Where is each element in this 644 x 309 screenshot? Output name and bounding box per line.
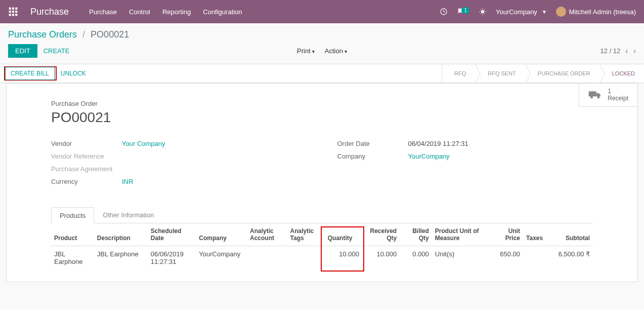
cell-uom: Unit(s) (432, 246, 491, 270)
col-company: Company (196, 223, 247, 246)
field-label-vendor-ref: Vendor Reference (51, 152, 122, 160)
action-dropdown[interactable]: Action▾ (325, 47, 347, 55)
menu-control[interactable]: Control (129, 8, 150, 16)
breadcrumb-root[interactable]: Purchase Orders (8, 29, 77, 40)
apps-icon[interactable] (8, 7, 18, 17)
highlight-box (321, 246, 364, 272)
topbar: Purchase Purchase Control Reporting Conf… (0, 0, 644, 23)
unlock-button[interactable]: UNLOCK (61, 70, 86, 77)
form-sheet: 1 Receipt Purchase Order PO00021 VendorY… (6, 83, 638, 282)
cell-unit-price: 650.00 (491, 246, 523, 270)
edit-button[interactable]: EDIT (8, 44, 37, 58)
svg-rect-11 (589, 92, 596, 97)
field-label-currency: Currency (51, 178, 122, 185)
status-step-rfq-sent[interactable]: RFQ SENT (475, 64, 525, 83)
truck-icon (588, 90, 603, 100)
messages-icon[interactable]: 1 (457, 7, 469, 17)
col-analytic-tags: Analytic Tags (287, 223, 325, 246)
print-dropdown[interactable]: Print▾ (297, 47, 315, 55)
col-taxes: Taxes (523, 223, 550, 246)
svg-rect-0 (9, 8, 11, 10)
col-quantity: Quantity (325, 223, 362, 246)
clock-icon[interactable] (440, 8, 448, 16)
pager-prev[interactable]: ‹ (625, 47, 628, 56)
create-bill-button[interactable]: CREATE BILL (5, 67, 55, 80)
app-title: Purchase (30, 7, 69, 17)
field-value-currency[interactable]: INR (122, 178, 133, 185)
field-value-order-date: 06/04/2019 11:27:31 (408, 140, 468, 147)
col-subtotal: Subtotal (550, 223, 593, 246)
col-unit-price: Unit Price (491, 223, 523, 246)
receipt-stat-button[interactable]: 1 Receipt (579, 84, 637, 107)
cell-taxes (523, 246, 550, 270)
company-selector[interactable]: YourCompany ▼ (496, 8, 547, 16)
field-label-vendor: Vendor (51, 140, 122, 147)
svg-rect-3 (9, 11, 11, 13)
table-row[interactable]: JBL Earphone JBL Earphone 06/06/2019 11:… (51, 246, 593, 270)
field-label-order-date: Order Date (337, 140, 408, 147)
svg-rect-8 (15, 14, 17, 16)
svg-rect-2 (15, 8, 17, 10)
avatar (556, 7, 566, 17)
tab-other-info[interactable]: Other Information (94, 207, 162, 223)
chevron-down-icon: ▾ (312, 49, 315, 54)
col-billed-qty: Billed Qty (400, 223, 432, 246)
cell-analytic-tags (287, 246, 325, 270)
po-label: Purchase Order (51, 100, 593, 107)
bug-icon[interactable] (479, 8, 487, 16)
col-analytic-account: Analytic Account (247, 223, 287, 246)
statusbar: CREATE BILL UNLOCK RFQ RFQ SENT PURCHASE… (0, 64, 644, 83)
receipt-count: 1 (608, 88, 628, 95)
svg-rect-1 (12, 8, 14, 10)
chevron-down-icon: ▼ (542, 9, 547, 15)
status-step-locked[interactable]: LOCKED (599, 64, 644, 83)
svg-rect-7 (12, 14, 14, 16)
cell-subtotal: 6,500.00 ₹ (550, 246, 593, 270)
breadcrumb: Purchase Orders / PO00021 (0, 23, 644, 44)
cell-description: JBL Earphone (94, 246, 148, 270)
tab-products[interactable]: Products (51, 207, 94, 223)
cell-billed-qty: 0.000 (400, 246, 432, 270)
svg-rect-4 (12, 11, 14, 13)
cell-scheduled-date: 06/06/2019 11:27:31 (148, 246, 196, 270)
svg-point-10 (481, 10, 485, 14)
field-value-vendor[interactable]: Your Company (122, 140, 165, 147)
col-received-qty: Received Qty (362, 223, 400, 246)
user-menu[interactable]: Mitchell Admin (treesa) (556, 7, 636, 17)
receipt-label: Receipt (608, 95, 628, 102)
menu-configuration[interactable]: Configuration (203, 8, 242, 16)
field-label-company: Company (337, 152, 408, 160)
field-label-agreement: Purchase Agreement (51, 165, 122, 173)
col-scheduled-date: Scheduled Date (148, 223, 196, 246)
tabs: Products Other Information (51, 207, 593, 223)
user-name: Mitchell Admin (treesa) (569, 8, 636, 16)
create-button[interactable]: CREATE (44, 47, 70, 55)
top-menu: Purchase Control Reporting Configuration (89, 8, 242, 16)
pager-next[interactable]: › (633, 47, 636, 56)
svg-point-12 (590, 96, 593, 99)
cell-company: YourCompany (196, 246, 247, 270)
cell-analytic-account (247, 246, 287, 270)
status-step-purchase-order[interactable]: PURCHASE ORDER (525, 64, 599, 83)
cell-product: JBL Earphone (51, 246, 94, 270)
pager-text: 12 / 12 (600, 47, 621, 55)
col-uom: Product Unit of Measure (432, 223, 491, 246)
svg-point-13 (597, 96, 600, 99)
cell-received-qty: 10.000 (362, 246, 400, 270)
menu-purchase[interactable]: Purchase (89, 8, 117, 16)
col-product: Product (51, 223, 94, 246)
status-step-rfq[interactable]: RFQ (442, 64, 475, 83)
cell-quantity: 10.000 (325, 246, 362, 270)
chevron-down-icon: ▾ (345, 49, 347, 54)
button-row: EDIT CREATE Print▾ Action▾ 12 / 12 ‹ › (0, 44, 644, 64)
col-description: Description (94, 223, 148, 246)
order-lines-table: Product Description Scheduled Date Compa… (51, 223, 593, 269)
svg-rect-6 (9, 14, 11, 16)
company-name: YourCompany (496, 8, 537, 16)
message-badge: 1 (461, 7, 469, 14)
menu-reporting[interactable]: Reporting (162, 8, 191, 16)
field-value-company[interactable]: YourCompany (408, 152, 450, 160)
svg-rect-5 (15, 11, 17, 13)
breadcrumb-separator: / (82, 29, 85, 40)
breadcrumb-current: PO00021 (91, 29, 129, 40)
